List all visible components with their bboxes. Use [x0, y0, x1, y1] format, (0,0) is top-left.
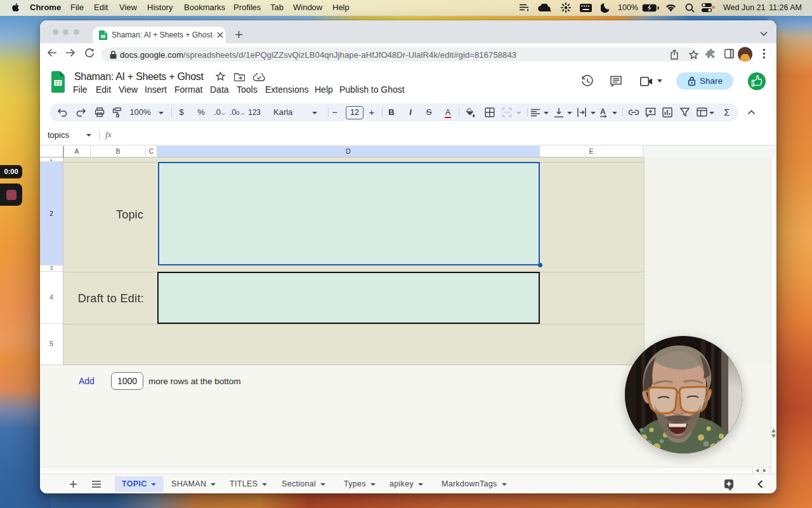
svg-text:A: A — [600, 107, 606, 116]
